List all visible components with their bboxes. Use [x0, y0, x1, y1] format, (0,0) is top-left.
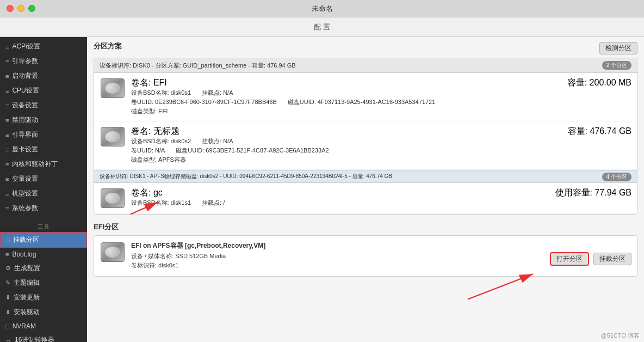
disk-row-header2: 卷名: 无标题 容量: 476.74 GB [131, 126, 631, 137]
hdd-graphic2 [101, 127, 125, 146]
disk-uuid2: 磁盘UUID: 69C3BE71-521F-4C87-A92C-3E6A1BB2… [176, 146, 329, 155]
sidebar-item-label: ACPi设置 [12, 42, 40, 51]
mount-icon: □ [6, 237, 10, 243]
sidebar-item-nvram[interactable]: □ NVRAM [0, 320, 87, 333]
sidebar-item-label: 安装更新 [14, 293, 40, 302]
disk-row-header: 卷名: EFI 容量: 200.00 MB [131, 77, 631, 89]
sidebar-item-theme-edit[interactable]: ✎ 主题编辑 [0, 276, 87, 290]
volume-label: 卷名: EFI [131, 77, 167, 89]
sidebar-item-install-update[interactable]: ⬇ 安装更新 [0, 290, 87, 305]
disk-icon3 [100, 187, 126, 209]
sidebar-item-cpu[interactable]: ≡ CPU设置 [0, 83, 87, 98]
efi-device-media: 设备 / 媒体名称: SSD 512GB Media [131, 252, 544, 260]
sidebar-item-vars[interactable]: ≡ 变量设置 [0, 172, 87, 186]
efi-panel: EFI on APFS容器 [gc,Preboot,Recovery,VM] 设… [94, 235, 637, 277]
sidebar-item-label: 生成配置 [14, 264, 40, 273]
sidebar-item-acpi[interactable]: ≡ ACPi设置 [0, 39, 87, 54]
disk-type2: 磁盘类型: APFS容器 [131, 156, 186, 164]
sidebar-item-label: 变量设置 [12, 174, 38, 184]
sidebar-item-disable-driver[interactable]: ≡ 禁用驱动 [0, 113, 87, 127]
sidebar-item-label: 引导参数 [12, 57, 38, 66]
disk-type: 磁盘类型: EFI [131, 107, 168, 115]
mount-partition-button[interactable]: 挂载分区 [593, 253, 631, 265]
list-icon: ≡ [5, 117, 9, 124]
sidebar-item-label: 机型设置 [12, 189, 38, 198]
hdd-graphic [101, 78, 125, 98]
device-bsd3: 设备BSD名称: disk1s1 [131, 199, 191, 207]
mount-point2: 挂载点: N/A [202, 137, 233, 145]
sidebar-item-kernel[interactable]: ≡ 内核和驱动补丁 [0, 157, 87, 172]
disk0-badge: 2 个分区 [602, 61, 631, 70]
efi-actions: 打开分区 挂载分区 [550, 252, 631, 266]
sidebar-item-label: NVRAM [13, 322, 36, 330]
sidebar-item-label: CPU设置 [12, 86, 39, 95]
sidebar-item-sysparam[interactable]: ≡ 系统参数 [0, 201, 87, 216]
window-title: 未命名 [312, 4, 333, 14]
sidebar-item-gpu[interactable]: ≡ 显卡设置 [0, 142, 87, 157]
disk0-header-text: 设备标识符: DISK0 - 分区方案: GUID_partition_sche… [100, 62, 296, 70]
list-icon: ≡ [5, 205, 9, 212]
maximize-button[interactable] [28, 5, 35, 12]
disk-row-bsd: 设备BSD名称: disk0s1 挂载点: N/A [131, 89, 631, 97]
sidebar-item-label: 安装驱动 [14, 308, 40, 317]
disk-row-uuid2: 卷UUID: N/A 磁盘UUID: 69C3BE71-521F-4C87-A9… [131, 146, 631, 155]
open-partition-button[interactable]: 打开分区 [550, 252, 589, 266]
sidebar-item-hex-converter[interactable]: ↔ 16进制转换器 [0, 333, 87, 342]
close-button[interactable] [7, 5, 14, 12]
sidebar-item-label: 主题编辑 [14, 278, 40, 288]
efi-info: EFI on APFS容器 [gc,Preboot,Recovery,VM] 设… [131, 241, 544, 271]
sidebar-item-boot-log[interactable]: ≡ Boot.log [0, 248, 87, 261]
disk-icon2 [100, 126, 126, 148]
sidebar-item-bootbg[interactable]: ≡ 启动背景 [0, 69, 87, 83]
efi-section-title: EFI分区 [94, 222, 637, 232]
sidebar-item-label: 启动背景 [12, 71, 38, 81]
main-wrapper: 分区方案 检测分区 设备标识符: DISK0 - 分区方案: GUID_part… [87, 37, 644, 342]
used-capacity: 使用容量: 77.94 GB [555, 187, 632, 199]
partition-scheme-section: 分区方案 检测分区 设备标识符: DISK0 - 分区方案: GUID_part… [87, 37, 644, 219]
sidebar-item-mount-partition[interactable]: □ 挂载分区 [0, 232, 87, 248]
sidebar-item-label: 系统参数 [12, 204, 38, 213]
convert-icon: ↔ [5, 337, 11, 343]
efi-hdd-graphic [101, 242, 125, 262]
sidebar-item-label: 设备设置 [12, 101, 38, 110]
efi-volume-id: 卷标识符: disk0s1 [131, 261, 544, 270]
download-icon: ⬇ [5, 309, 10, 316]
sidebar-item-label: 挂载分区 [13, 235, 39, 245]
sidebar-item-label: Boot.log [12, 251, 36, 258]
title-bar: 未命名 [0, 0, 644, 17]
sidebar-item-label: 引导界面 [12, 130, 38, 139]
sidebar-item-bootparam[interactable]: ≡ 引导参数 [0, 54, 87, 69]
volume-label2: 卷名: 无标题 [131, 126, 179, 137]
sidebar-item-device[interactable]: ≡ 设备设置 [0, 98, 87, 113]
sidebar-section-tools: 工 具 [0, 220, 87, 232]
disk-uuid: 磁盘UUID: 4F937113-9A25-4931-AC16-933A5347… [288, 98, 436, 106]
disk0-partition1: 卷名: EFI 容量: 200.00 MB 设备BSD名称: disk0s1 挂… [94, 73, 637, 121]
list-icon: ≡ [5, 44, 9, 50]
sidebar: ≡ ACPi设置 ≡ 引导参数 ≡ 启动背景 ≡ CPU设置 ≡ 设备设置 ≡ … [0, 37, 87, 342]
volume-label3: 卷名: gc [131, 187, 163, 199]
sidebar-item-install-driver[interactable]: ⬇ 安装驱动 [0, 305, 87, 320]
watermark: @51CTO 博客 [601, 332, 640, 340]
sidebar-item-model[interactable]: ≡ 机型设置 [0, 186, 87, 201]
window-controls[interactable] [7, 5, 35, 12]
list-icon: ≡ [5, 251, 9, 258]
sidebar-item-gen-config[interactable]: ⚙ 生成配置 [0, 261, 87, 276]
sidebar-item-bootui[interactable]: ≡ 引导界面 [0, 127, 87, 142]
disk-info2: 卷名: 无标题 容量: 476.74 GB 设备BSD名称: disk0s2 挂… [131, 126, 631, 165]
list-icon: ≡ [5, 191, 9, 197]
disk-row-bsd2: 设备BSD名称: disk0s2 挂载点: N/A [131, 137, 631, 145]
list-icon: ≡ [5, 176, 9, 182]
capacity2: 容量: 476.74 GB [568, 126, 631, 137]
volume-uuid: 卷UUID: 0E239BC6-F960-3107-89CF-1C97F78BB… [131, 98, 277, 106]
sidebar-item-label: 显卡设置 [12, 145, 38, 154]
sidebar-item-label: 禁用驱动 [12, 115, 38, 125]
list-icon: ≡ [5, 73, 9, 80]
toolbar-label: 配 置 [314, 22, 330, 32]
disk-row-uuid: 卷UUID: 0E239BC6-F960-3107-89CF-1C97F78BB… [131, 98, 631, 106]
list-icon: ≡ [5, 58, 9, 65]
section-header: 分区方案 检测分区 [94, 41, 637, 54]
disk1-partition1: 卷名: gc 使用容量: 77.94 GB 设备BSD名称: disk1s1 挂… [94, 183, 637, 214]
minimize-button[interactable] [17, 5, 24, 12]
check-partition-button[interactable]: 检测分区 [599, 42, 637, 54]
disk-row-bsd3: 设备BSD名称: disk1s1 挂载点: / [131, 199, 631, 207]
